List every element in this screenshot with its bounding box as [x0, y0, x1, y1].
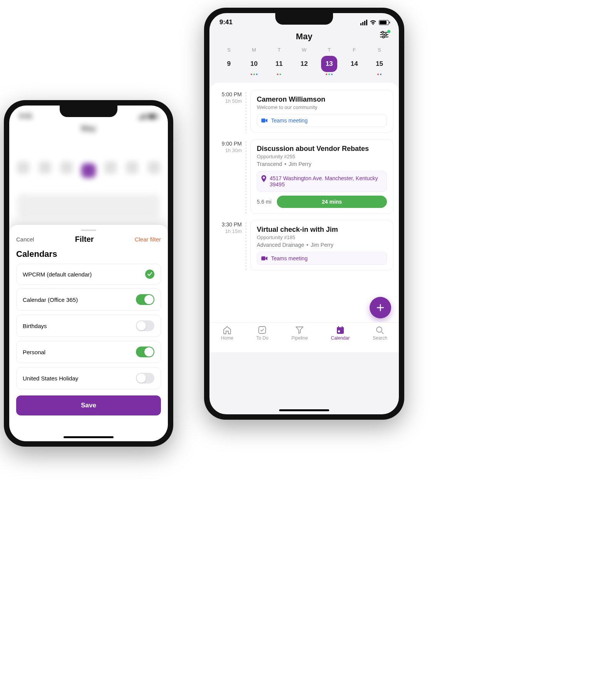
distance-label: 5.6 mi: [257, 199, 271, 205]
event-subtitle: Opportunity #255: [257, 154, 387, 159]
calendar-option[interactable]: Calendar (Office 365): [16, 288, 161, 311]
calendar-option[interactable]: Personal: [16, 341, 161, 363]
day-number: 15: [371, 56, 387, 72]
calendars-heading: Calendars: [16, 249, 161, 259]
event-dots: [266, 74, 291, 76]
dow-label: M: [241, 47, 266, 53]
dow-label: T: [266, 47, 291, 53]
notch: [60, 106, 117, 117]
svg-point-1: [382, 32, 384, 33]
tab-calendar[interactable]: Calendar: [331, 326, 350, 352]
tab-label: Home: [221, 335, 233, 341]
day-14[interactable]: F14: [342, 47, 367, 76]
calendar-option[interactable]: United States Holiday: [16, 367, 161, 389]
day-13[interactable]: T13: [317, 47, 342, 76]
month-title: May: [217, 32, 391, 42]
tab-label: Pipeline: [291, 335, 308, 341]
day-12[interactable]: W12: [291, 47, 316, 76]
notch: [275, 13, 333, 25]
timeline-rail: [246, 222, 246, 271]
phone-filter-sheet: 9:41 May Cancel Filter Clear filter Cale…: [4, 100, 173, 447]
tab-to-do[interactable]: To Do: [256, 326, 268, 352]
plus-icon: [376, 303, 385, 312]
save-button[interactable]: Save: [16, 395, 161, 415]
svg-rect-13: [338, 330, 340, 332]
svg-rect-12: [341, 326, 343, 328]
calendar-option-label: Birthdays: [23, 323, 47, 329]
tab-label: To Do: [256, 335, 268, 341]
svg-line-15: [382, 332, 383, 334]
video-icon: [261, 118, 268, 123]
tab-bar: HomeTo DoPipelineCalendarSearch: [209, 322, 399, 352]
tab-label: Search: [373, 335, 387, 341]
wifi-icon: [370, 20, 377, 25]
day-number: 9: [221, 56, 237, 72]
day-9[interactable]: S9: [216, 47, 241, 76]
teams-meeting-chip[interactable]: Teams meeting: [257, 114, 387, 127]
eta-pill[interactable]: 24 mins: [277, 196, 387, 208]
event-subtitle: Welcome to our community: [257, 104, 387, 110]
agenda-list[interactable]: 5:00 PM1h 50mCameron WilliamsonWelcome t…: [209, 83, 399, 352]
day-number: 11: [271, 56, 287, 72]
dow-label: S: [216, 47, 241, 53]
svg-point-14: [377, 327, 382, 332]
event-dots: [317, 74, 342, 76]
event-dots: [367, 74, 392, 76]
event-dots: [241, 74, 266, 76]
calendar-option[interactable]: Birthdays: [16, 315, 161, 337]
tab-pipeline[interactable]: Pipeline: [291, 326, 308, 352]
day-number: 12: [296, 56, 312, 72]
toggle-switch[interactable]: [136, 294, 154, 305]
event-meta: Advanced Drainage•Jim Perry: [257, 242, 387, 248]
day-10[interactable]: M10: [241, 47, 266, 76]
teams-meeting-chip[interactable]: Teams meeting: [257, 252, 387, 265]
day-11[interactable]: T11: [266, 47, 291, 76]
filter-active-indicator: [387, 30, 390, 33]
cellular-icon: [360, 20, 367, 25]
dow-label: F: [342, 47, 367, 53]
clear-filter-button[interactable]: Clear filter: [135, 236, 161, 243]
toggle-switch[interactable]: [136, 373, 154, 384]
filter-button[interactable]: [380, 31, 389, 40]
calendar-option[interactable]: WPCRM (default calendar): [16, 264, 161, 285]
day-number: 14: [346, 56, 362, 72]
svg-rect-11: [338, 326, 339, 328]
event-card[interactable]: Cameron WilliamsonWelcome to our communi…: [250, 90, 393, 133]
event-dots: [216, 74, 241, 76]
day-number: 13: [321, 56, 337, 72]
event-subtitle: Opportunity #185: [257, 234, 387, 240]
day-number: 10: [246, 56, 262, 72]
event-dots: [291, 74, 316, 76]
dow-label: S: [367, 47, 392, 53]
event-time: 3:30 PM1h 15m: [215, 220, 242, 271]
svg-rect-10: [337, 327, 344, 329]
tab-search[interactable]: Search: [373, 326, 387, 352]
svg-rect-7: [261, 256, 266, 261]
day-15[interactable]: S15: [367, 47, 392, 76]
battery-icon: [379, 20, 389, 25]
calendar-option-label: United States Holiday: [23, 375, 78, 382]
add-event-fab[interactable]: [370, 297, 391, 318]
svg-point-5: [383, 36, 385, 38]
event-time: 9:00 PM1h 30m: [215, 139, 242, 214]
event-row: 9:00 PM1h 30mDiscussion about Vendor Reb…: [215, 139, 393, 214]
event-card[interactable]: Virtual check-in with JimOpportunity #18…: [250, 220, 393, 271]
event-row: 3:30 PM1h 15mVirtual check-in with JimOp…: [215, 220, 393, 271]
tab-home[interactable]: Home: [221, 326, 233, 352]
toggle-switch[interactable]: [136, 320, 154, 331]
cancel-button[interactable]: Cancel: [16, 236, 34, 243]
event-dots: [342, 74, 367, 76]
toggle-switch[interactable]: [136, 347, 154, 357]
dow-label: T: [317, 47, 342, 53]
event-card[interactable]: Discussion about Vendor RebatesOpportuni…: [250, 139, 393, 214]
video-icon: [261, 256, 268, 261]
sheet-grabber[interactable]: [81, 229, 96, 231]
timeline-rail: [246, 141, 246, 214]
check-icon: [145, 270, 154, 279]
event-title: Discussion about Vendor Rebates: [257, 145, 387, 153]
address-box[interactable]: 4517 Washington Ave. Manchester, Kentuck…: [257, 171, 387, 192]
home-indicator: [279, 409, 329, 411]
home-indicator: [64, 436, 114, 438]
calendar-option-label: WPCRM (default calendar): [23, 271, 92, 278]
calendar-option-label: Personal: [23, 349, 45, 355]
